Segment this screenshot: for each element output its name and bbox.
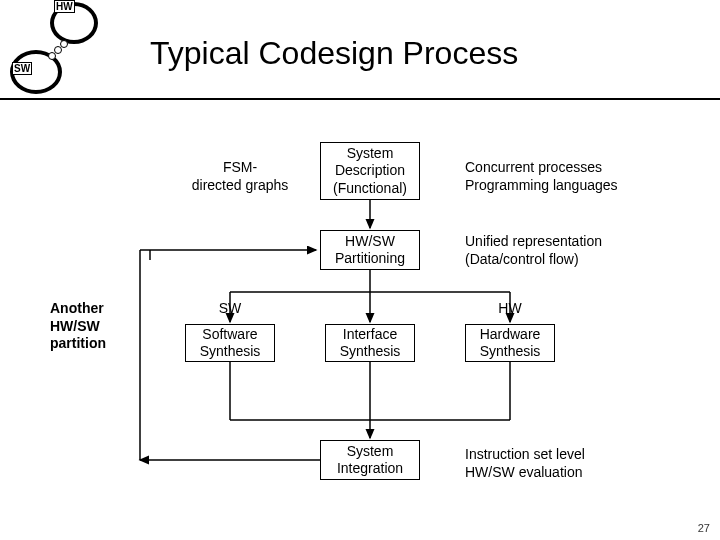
label-sw: SW: [210, 300, 250, 316]
box-system-description: SystemDescription(Functional): [320, 142, 420, 200]
note-unified: Unified representation(Data/control flow…: [465, 232, 602, 268]
box-hw-sw-partitioning: HW/SWPartitioning: [320, 230, 420, 270]
header: HW SW Typical Codesign Process: [0, 0, 720, 100]
note-instruction-set: Instruction set levelHW/SW evaluation: [465, 445, 585, 481]
page-number: 27: [698, 522, 710, 534]
label-fsm: FSM-directed graphs: [175, 158, 305, 194]
diagram: SystemDescription(Functional) HW/SWParti…: [0, 100, 720, 540]
note-concurrent: Concurrent processesProgramming language…: [465, 158, 618, 194]
box-software-synthesis: SoftwareSynthesis: [185, 324, 275, 362]
page-title: Typical Codesign Process: [150, 35, 518, 72]
box-system-integration: SystemIntegration: [320, 440, 420, 480]
handcuffs-icon: HW SW: [8, 2, 118, 98]
box-hardware-synthesis: HardwareSynthesis: [465, 324, 555, 362]
label-another-partition: AnotherHW/SWpartition: [50, 300, 106, 353]
box-interface-synthesis: InterfaceSynthesis: [325, 324, 415, 362]
cuff-hw-label: HW: [54, 0, 75, 13]
cuff-sw-label: SW: [12, 62, 32, 75]
label-hw: HW: [490, 300, 530, 316]
